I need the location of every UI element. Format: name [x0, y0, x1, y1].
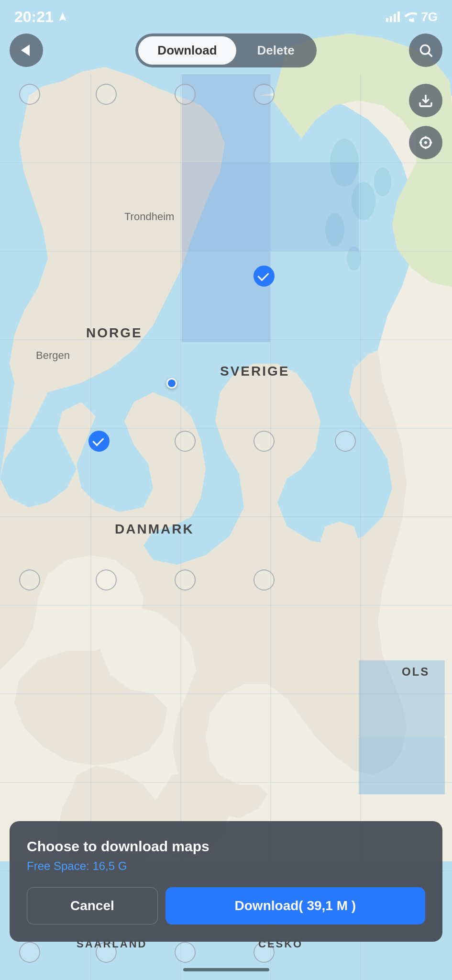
- tile-checkbox-1[interactable]: [19, 84, 40, 105]
- tile-checkbox-15[interactable]: [96, 942, 117, 963]
- location-arrow-icon: [57, 11, 68, 22]
- svg-point-5: [374, 167, 391, 196]
- tile-checkbox-2[interactable]: [96, 84, 117, 105]
- home-indicator: [183, 968, 269, 971]
- tab-delete[interactable]: Delete: [238, 36, 314, 65]
- signal-bar-1: [386, 18, 388, 22]
- dialog-buttons: Cancel Download( 39,1 M ): [27, 887, 425, 924]
- svg-point-25: [409, 19, 412, 22]
- back-button[interactable]: [10, 33, 43, 67]
- locate-me-button[interactable]: [409, 126, 442, 159]
- signal-bar-4: [397, 11, 400, 22]
- tile-checkbox-3[interactable]: [175, 84, 196, 105]
- download-dialog: Choose to download maps Free Space: 16,5…: [10, 821, 442, 942]
- location-dot: [166, 378, 177, 389]
- download-icon: [418, 93, 433, 108]
- tile-checkbox-10[interactable]: [19, 569, 40, 590]
- search-icon: [418, 43, 433, 58]
- status-time: 20:21: [14, 8, 68, 26]
- free-space-label: Free Space:: [27, 859, 89, 872]
- dialog-subtitle: Free Space: 16,5 G: [27, 859, 425, 873]
- tile-checkbox-11[interactable]: [96, 569, 117, 590]
- status-bar: 20:21 7G: [0, 0, 452, 29]
- cancel-button[interactable]: Cancel: [27, 887, 158, 924]
- free-space-value: 16,5 G: [92, 859, 127, 872]
- status-icons: 7G: [386, 10, 438, 24]
- svg-rect-8: [182, 251, 270, 342]
- tile-checkbox-12[interactable]: [175, 569, 196, 590]
- signal-bars: [386, 11, 400, 22]
- tile-checkbox-5[interactable]: [254, 266, 275, 287]
- wifi-icon: [404, 11, 417, 22]
- signal-bar-2: [390, 16, 392, 22]
- network-badge: 7G: [421, 10, 438, 24]
- tile-checkbox-6[interactable]: [88, 431, 110, 452]
- tile-checkbox-8[interactable]: [254, 431, 275, 452]
- confirm-download-button[interactable]: Download( 39,1 M ): [165, 887, 425, 924]
- tile-checkbox-17[interactable]: [254, 942, 275, 963]
- tile-checkbox-4[interactable]: [254, 84, 275, 105]
- tile-checkbox-9[interactable]: [335, 431, 356, 452]
- signal-bar-3: [394, 14, 396, 22]
- svg-point-26: [420, 45, 430, 54]
- tile-checkbox-16[interactable]: [175, 942, 196, 963]
- side-buttons: [409, 84, 442, 159]
- svg-rect-7: [182, 163, 270, 251]
- svg-line-27: [429, 53, 432, 56]
- svg-rect-11: [359, 737, 445, 794]
- svg-rect-9: [270, 163, 359, 251]
- target-icon: [418, 135, 433, 150]
- tile-checkbox-13[interactable]: [254, 569, 275, 590]
- search-button[interactable]: [409, 33, 442, 67]
- tab-download[interactable]: Download: [138, 36, 236, 65]
- nav-bar: Download Delete: [0, 29, 452, 72]
- dialog-title: Choose to download maps: [27, 838, 425, 855]
- back-arrow-icon: [21, 45, 30, 56]
- tab-group: Download Delete: [135, 33, 316, 67]
- download-map-button[interactable]: [409, 84, 442, 117]
- tile-checkbox-7[interactable]: [175, 431, 196, 452]
- svg-point-30: [425, 142, 427, 144]
- svg-rect-10: [359, 660, 445, 737]
- tile-checkbox-14[interactable]: [19, 942, 40, 963]
